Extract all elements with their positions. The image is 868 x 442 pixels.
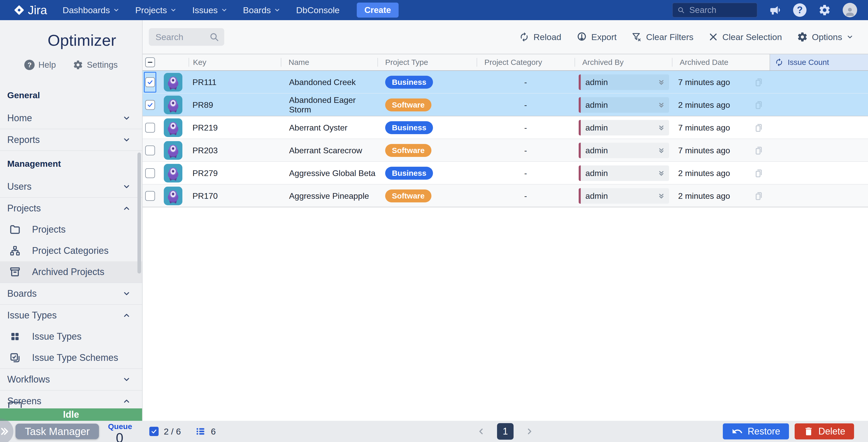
gear-icon [73, 60, 83, 70]
scheme-icon [9, 352, 21, 363]
previous-page-icon[interactable] [476, 427, 486, 436]
sidebar-item-issue-type-schemes[interactable]: Issue Type Schemes [0, 347, 142, 368]
cell-archived-date: 2 minutes ago [678, 100, 730, 110]
column-header-key: Key [189, 58, 281, 67]
megaphone-icon[interactable] [769, 4, 781, 16]
help-icon: ? [24, 60, 35, 70]
cell-name: Aggressive Global Beta [281, 169, 377, 178]
check-icon [147, 101, 153, 108]
jira-logo[interactable]: Jira [13, 3, 47, 17]
nav-projects[interactable]: Projects [135, 5, 177, 15]
archived-by-select[interactable]: admin [579, 143, 669, 158]
select-all-checkbox[interactable] [145, 57, 155, 67]
copy-icon[interactable] [753, 122, 764, 133]
chevron-down-icon [274, 7, 281, 13]
sidebar-subitem-label: Archived Projects [32, 266, 104, 277]
column-header-issue-count[interactable]: Issue Count [770, 54, 868, 70]
sidebar-item-home[interactable]: Home [0, 108, 142, 129]
cell-archived-date: 7 minutes ago [678, 146, 730, 155]
row-checkbox[interactable] [145, 168, 155, 178]
copy-icon[interactable] [753, 168, 764, 178]
gear-icon[interactable] [818, 4, 831, 16]
nav-boards[interactable]: Boards [243, 5, 281, 15]
sidebar-item-issue-types-group[interactable]: Issue Types [0, 305, 142, 326]
sidebar-item-label: Workflows [7, 374, 50, 385]
table-row: PR89 Abandoned Eager Storm Software - ad… [143, 94, 868, 116]
cell-archived-date: 2 minutes ago [678, 169, 730, 178]
archived-by-value: admin [585, 191, 608, 201]
row-checkbox[interactable] [145, 100, 155, 110]
nav-dbconsole-label: DbConsole [296, 5, 339, 15]
archived-by-select[interactable]: admin [579, 166, 669, 181]
column-header-project-type: Project Type [377, 58, 476, 67]
copy-icon[interactable] [753, 191, 764, 201]
archived-by-value: admin [585, 100, 608, 110]
sidebar-settings-link[interactable]: Settings [73, 60, 118, 70]
copy-icon[interactable] [753, 145, 764, 156]
copy-icon[interactable] [753, 100, 764, 110]
cell-key: PR279 [189, 169, 281, 178]
help-icon[interactable]: ? [793, 3, 807, 17]
sidebar-item-workflows[interactable]: Workflows [0, 369, 142, 390]
cell-project-category: - [476, 191, 575, 201]
sidebar-item-reports[interactable]: Reports [0, 129, 142, 150]
archived-by-select[interactable]: admin [579, 188, 669, 204]
options-button[interactable]: Options [797, 32, 854, 42]
sidebar: Optimizer ? Help Settings General Home R… [0, 20, 143, 421]
main-content: Reload Export Clear Filters Clear Select… [143, 20, 868, 421]
archived-by-select[interactable]: admin [579, 120, 669, 136]
nav-dbconsole[interactable]: DbConsole [296, 5, 339, 15]
next-page-icon[interactable] [525, 427, 534, 436]
delete-button[interactable]: Delete [795, 423, 854, 439]
restore-label: Restore [748, 426, 780, 437]
sidebar-item-label: Home [7, 113, 32, 123]
task-manager-button[interactable]: Task Manager [16, 424, 99, 439]
sidebar-item-issue-types[interactable]: Issue Types [0, 326, 142, 347]
project-avatar-icon [164, 118, 182, 137]
sidebar-subitem-label: Projects [32, 224, 66, 235]
cell-name: Aggressive Pineapple [281, 191, 377, 201]
clear-filters-button[interactable]: Clear Filters [632, 32, 693, 42]
restore-button[interactable]: Restore [723, 423, 789, 439]
status-badge: Idle [0, 408, 142, 421]
app-title: Optimizer [48, 31, 116, 49]
copy-icon[interactable] [753, 77, 764, 87]
undo-icon [732, 426, 743, 437]
table-search[interactable] [149, 28, 224, 46]
row-checkbox[interactable] [145, 123, 155, 132]
archived-by-value: admin [585, 169, 608, 178]
queue-indicator: Queue 0 [108, 422, 131, 442]
create-button[interactable]: Create [357, 3, 399, 18]
archived-by-select[interactable]: admin [579, 75, 669, 90]
nav-dashboards[interactable]: Dashboards [63, 5, 120, 15]
table-search-input[interactable] [155, 32, 208, 42]
sidebar-scrollbar[interactable] [137, 152, 141, 273]
row-checkbox[interactable] [145, 146, 155, 155]
nav-search[interactable] [672, 3, 757, 18]
sidebar-nav: General Home Reports Management Users Pr… [0, 83, 142, 412]
task-manager-handle[interactable] [0, 418, 13, 442]
row-checkbox[interactable] [145, 77, 155, 87]
page-number[interactable]: 1 [497, 423, 514, 440]
sidebar-item-boards[interactable]: Boards [0, 283, 142, 304]
cell-project-category: - [476, 100, 575, 110]
archived-by-select[interactable]: admin [579, 97, 669, 113]
sidebar-help-link[interactable]: ? Help [24, 60, 56, 70]
avatar-icon [844, 6, 856, 17]
double-chevron-right-icon [0, 426, 10, 437]
sidebar-item-projects-group[interactable]: Projects [0, 198, 142, 219]
options-label: Options [812, 32, 842, 42]
reload-button[interactable]: Reload [519, 32, 561, 42]
chevron-up-icon [122, 397, 131, 405]
sidebar-item-users[interactable]: Users [0, 176, 142, 197]
user-avatar[interactable] [843, 3, 857, 17]
clear-selection-button[interactable]: Clear Selection [708, 32, 782, 42]
nav-issues[interactable]: Issues [192, 5, 227, 15]
row-checkbox[interactable] [145, 191, 155, 201]
export-button[interactable]: Export [576, 32, 617, 42]
sidebar-item-project-categories[interactable]: Project Categories [0, 240, 142, 261]
nav-search-input[interactable] [689, 5, 752, 15]
sidebar-item-projects[interactable]: Projects [0, 219, 142, 240]
sidebar-item-archived-projects[interactable]: Archived Projects [0, 261, 142, 283]
app-logo: Optimizer [0, 20, 142, 49]
